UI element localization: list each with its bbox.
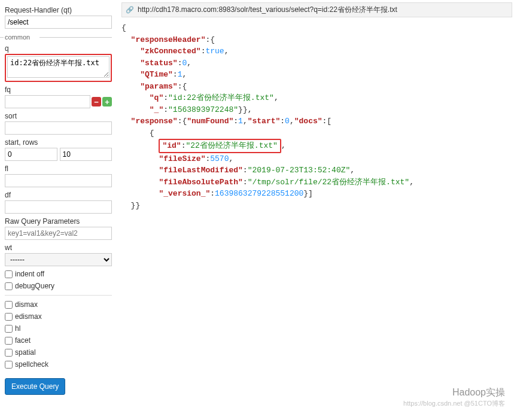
- wt-label: wt: [5, 244, 112, 252]
- spatial-checkbox[interactable]: [5, 349, 13, 357]
- hl-label: hl: [15, 324, 20, 333]
- spellcheck-label: spellcheck: [15, 360, 48, 369]
- execute-query-button[interactable]: Execute Query: [5, 378, 65, 395]
- start-input[interactable]: [5, 148, 57, 161]
- facet-checkbox[interactable]: [5, 337, 13, 345]
- wt-select[interactable]: ------: [5, 253, 112, 266]
- indent-label: indent off: [15, 270, 44, 278]
- df-input[interactable]: [5, 200, 112, 214]
- fl-input[interactable]: [5, 174, 112, 187]
- debug-label: debugQuery: [15, 282, 54, 290]
- watermark: Hadoop实操 https://blog.csdn.net @51CTO博客: [403, 386, 505, 408]
- id-highlight: "id":"22省份经济半年报.txt": [159, 139, 281, 153]
- q-input[interactable]: id:22省份经济半年报.txt: [7, 56, 110, 78]
- main-panel: 🔗 http://cdh178.macro.com:8983/solr/test…: [117, 0, 517, 420]
- url-text: http://cdh178.macro.com:8983/solr/test_v…: [138, 5, 397, 15]
- df-label: df: [5, 191, 112, 199]
- qt-label: Request-Handler (qt): [5, 6, 112, 14]
- edismax-checkbox[interactable]: [5, 313, 13, 321]
- divider: [5, 295, 112, 296]
- dismax-label: dismax: [15, 300, 38, 309]
- query-sidebar: Request-Handler (qt) common q id:22省份经济半…: [0, 0, 117, 420]
- fq-input[interactable]: [5, 95, 90, 108]
- edismax-label: edismax: [15, 312, 42, 321]
- link-icon: 🔗: [126, 6, 134, 14]
- q-label: q: [5, 44, 112, 53]
- spatial-label: spatial: [15, 348, 36, 357]
- watermark-line1: Hadoop实操: [403, 386, 505, 399]
- fq-add-button[interactable]: +: [102, 97, 112, 106]
- fq-remove-button[interactable]: −: [92, 97, 101, 106]
- sort-input[interactable]: [5, 121, 112, 135]
- debug-checkbox[interactable]: [5, 282, 13, 290]
- sort-label: sort: [5, 112, 112, 120]
- url-bar[interactable]: 🔗 http://cdh178.macro.com:8983/solr/test…: [121, 2, 512, 17]
- rows-input[interactable]: [60, 148, 112, 161]
- fl-label: fl: [5, 165, 112, 173]
- q-highlight: id:22省份经济半年报.txt: [5, 54, 112, 82]
- qt-input[interactable]: [5, 16, 112, 29]
- raw-input[interactable]: [5, 227, 112, 240]
- spellcheck-checkbox[interactable]: [5, 361, 13, 369]
- json-response: { "responseHeader":{ "zkConnected":true,…: [121, 22, 512, 211]
- fq-label: fq: [5, 86, 112, 94]
- start-rows-label: start, rows: [5, 138, 112, 147]
- watermark-line2: https://blog.csdn.net @51CTO博客: [403, 399, 505, 408]
- facet-label: facet: [15, 336, 31, 345]
- indent-checkbox[interactable]: [5, 270, 13, 278]
- raw-label: Raw Query Parameters: [5, 217, 112, 226]
- dismax-checkbox[interactable]: [5, 301, 13, 309]
- common-legend: common: [5, 34, 112, 41]
- hl-checkbox[interactable]: [5, 325, 13, 333]
